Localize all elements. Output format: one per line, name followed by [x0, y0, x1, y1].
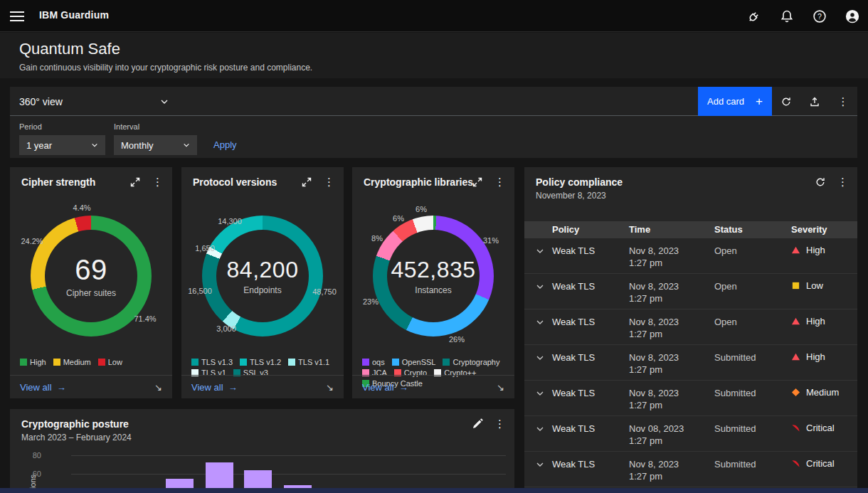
time-cell: Nov 08, 20231:27 pm	[629, 423, 684, 447]
legend-item: Medium	[53, 358, 91, 366]
interval-label: Interval	[114, 122, 139, 131]
add-card-button[interactable]: Add card +	[698, 87, 772, 116]
refresh-icon[interactable]	[815, 176, 826, 188]
period-dropdown[interactable]: 1 year	[19, 135, 105, 155]
card-title: Cipher strength	[21, 176, 95, 188]
segment-callout: 31%	[483, 236, 499, 245]
legend-item: Low	[98, 358, 122, 366]
legend-item: oqs	[362, 358, 385, 366]
chevron-down-icon[interactable]	[536, 282, 544, 291]
legend-swatch	[240, 359, 247, 366]
donut-center-value: 69	[75, 254, 107, 286]
segment-callout: 14,300	[218, 217, 242, 226]
segment-callout: 4.4%	[73, 203, 90, 212]
plug-icon[interactable]	[747, 9, 761, 23]
severity-label: Low	[806, 280, 823, 291]
overflow-menu-icon[interactable]: ⋮	[829, 87, 857, 116]
view-all-link[interactable]: View all →	[20, 382, 66, 393]
overflow-menu-icon[interactable]: ⋮	[494, 418, 506, 430]
severity-label: High	[806, 316, 825, 327]
severity-high-icon	[791, 352, 800, 361]
severity-label: Critical	[806, 458, 835, 469]
chevron-down-icon[interactable]	[536, 354, 544, 362]
table-row[interactable]: Weak TLS Nov 08, 20231:27 pm Submitted C…	[524, 416, 857, 452]
resize-handle-icon[interactable]: ↘	[154, 382, 162, 393]
severity-cell: High	[791, 316, 825, 327]
upload-icon[interactable]	[800, 87, 829, 116]
column-header: Time	[629, 221, 650, 238]
severity-medium-icon	[791, 388, 800, 397]
overflow-menu-icon[interactable]: ⋮	[152, 176, 164, 188]
severity-critical-icon	[791, 423, 800, 433]
expand-icon[interactable]	[301, 176, 312, 188]
donut-chart: 452,835 Instances	[373, 216, 494, 336]
table-row[interactable]: Weak TLS Nov 8, 20231:27 pm Submitted Hi…	[524, 345, 857, 381]
severity-cell: Medium	[791, 387, 839, 398]
table-header: PolicyTimeStatusSeverity	[524, 221, 857, 238]
view-all-link[interactable]: View all →	[191, 382, 238, 393]
edit-icon[interactable]	[472, 418, 483, 430]
time-cell: Nov 8, 20231:27 pm	[629, 316, 679, 340]
apply-button[interactable]: Apply	[213, 139, 237, 150]
menu-icon[interactable]	[10, 9, 24, 23]
policy-cell: Weak TLS	[552, 316, 595, 328]
severity-critical-icon	[791, 459, 800, 468]
resize-handle-icon[interactable]: ↘	[497, 382, 504, 393]
table-row[interactable]: Weak TLS Nov 8, 20231:27 pm Open High	[524, 309, 857, 345]
help-icon[interactable]: ?	[813, 9, 827, 23]
donut-center: 69 Cipher suites	[45, 230, 137, 322]
top-nav: IBM Guardium ?	[0, 0, 868, 32]
severity-low-icon	[791, 281, 800, 290]
expand-icon[interactable]	[472, 176, 483, 188]
table-row[interactable]: Weak TLS Nov 8, 20231:27 pm Submitted Cr…	[524, 452, 857, 487]
overflow-menu-icon[interactable]: ⋮	[837, 176, 849, 188]
card-footer: View all → ↘	[352, 375, 514, 398]
view-all-link[interactable]: View all →	[362, 382, 408, 393]
avatar-icon[interactable]	[845, 9, 859, 23]
policy-cell: Weak TLS	[552, 245, 595, 257]
donut-center-value: 452,835	[391, 257, 475, 283]
segment-callout: 1,650	[195, 244, 215, 253]
status-cell: Open	[714, 280, 737, 292]
severity-cell: Low	[791, 280, 823, 291]
period-value: 1 year	[26, 140, 52, 151]
overflow-menu-icon[interactable]: ⋮	[494, 176, 506, 188]
chevron-down-icon[interactable]	[536, 318, 544, 327]
status-cell: Submitted	[714, 351, 756, 364]
severity-high-icon	[791, 317, 800, 326]
legend-swatch	[392, 359, 399, 366]
legend-item: TLS v1.3	[191, 358, 233, 366]
policy-cell: Weak TLS	[552, 280, 595, 292]
overflow-menu-icon[interactable]: ⋮	[324, 176, 335, 188]
interval-dropdown[interactable]: Monthly	[114, 135, 197, 155]
legend-item: TLS v1.1	[288, 358, 329, 366]
card-policy-compliance: Policy compliance November 8, 2023 ⋮ Pol…	[524, 167, 857, 489]
expand-icon[interactable]	[129, 176, 141, 188]
chevron-down-icon	[183, 142, 190, 149]
table-row[interactable]: Weak TLS Nov 8, 20231:27 pm Open High	[524, 238, 857, 274]
page-title: Quantum Safe	[19, 40, 120, 58]
time-cell: Nov 8, 20231:27 pm	[629, 387, 679, 411]
status-cell: Submitted	[714, 423, 756, 435]
gridline	[71, 455, 506, 456]
card-footer: View all → ↘	[181, 375, 344, 398]
chevron-down-icon[interactable]	[536, 247, 544, 255]
resize-handle-icon[interactable]: ↘	[326, 382, 334, 393]
chevron-down-icon[interactable]	[536, 460, 544, 469]
donut-chart: 84,200 Endpoints	[202, 216, 323, 336]
card-date: November 8, 2023	[536, 191, 606, 201]
donut-center: 84,200 Endpoints	[216, 230, 309, 322]
severity-cell: Critical	[791, 458, 835, 469]
chevron-down-icon[interactable]	[536, 425, 544, 433]
view-selector[interactable]: 360° view	[19, 87, 169, 116]
severity-label: Critical	[806, 423, 835, 433]
card-title: Protocol versions	[193, 176, 277, 188]
refresh-icon[interactable]	[772, 87, 800, 116]
table-row[interactable]: Weak TLS Nov 8, 20231:27 pm Submitted Me…	[524, 381, 857, 416]
notifications-icon[interactable]	[780, 9, 794, 23]
chevron-down-icon[interactable]	[536, 389, 544, 398]
legend-swatch	[191, 359, 199, 366]
legend-swatch	[362, 359, 369, 366]
table-row[interactable]: Weak TLS Nov 8, 20231:27 pm Open Low	[524, 274, 857, 309]
status-cell: Submitted	[714, 458, 756, 470]
